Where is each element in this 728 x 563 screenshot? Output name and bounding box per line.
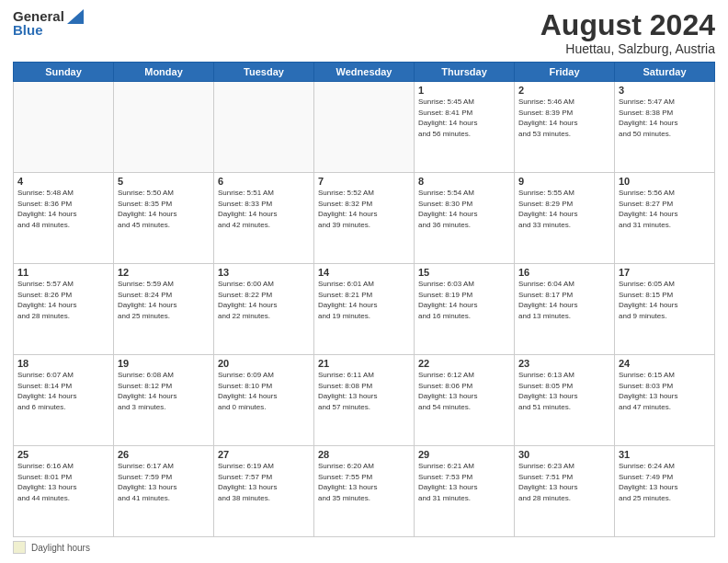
calendar-week-row: 18Sunrise: 6:07 AM Sunset: 8:14 PM Dayli… — [14, 355, 715, 446]
day-info: Sunrise: 6:03 AM Sunset: 8:19 PM Dayligh… — [418, 279, 510, 321]
day-number: 4 — [17, 176, 109, 187]
day-number: 8 — [418, 176, 510, 187]
day-number: 3 — [619, 85, 711, 96]
logo: General Blue — [13, 9, 84, 38]
day-number: 28 — [318, 449, 410, 460]
weekday-header-monday: Monday — [114, 63, 214, 82]
weekday-header-saturday: Saturday — [615, 63, 715, 82]
day-info: Sunrise: 5:48 AM Sunset: 8:36 PM Dayligh… — [17, 188, 109, 230]
day-info: Sunrise: 6:01 AM Sunset: 8:21 PM Dayligh… — [318, 279, 410, 321]
calendar-table: SundayMondayTuesdayWednesdayThursdayFrid… — [13, 62, 715, 537]
calendar-cell: 2Sunrise: 5:46 AM Sunset: 8:39 PM Daylig… — [515, 82, 615, 173]
day-number: 18 — [17, 358, 109, 369]
weekday-header-tuesday: Tuesday — [214, 63, 314, 82]
day-info: Sunrise: 5:45 AM Sunset: 8:41 PM Dayligh… — [418, 97, 510, 139]
day-number: 9 — [518, 176, 610, 187]
day-info: Sunrise: 6:00 AM Sunset: 8:22 PM Dayligh… — [218, 279, 310, 321]
calendar-cell: 3Sunrise: 5:47 AM Sunset: 8:38 PM Daylig… — [615, 82, 715, 173]
day-number: 16 — [518, 267, 610, 278]
calendar-cell: 28Sunrise: 6:20 AM Sunset: 7:55 PM Dayli… — [314, 446, 415, 537]
calendar-cell: 11Sunrise: 5:57 AM Sunset: 8:26 PM Dayli… — [14, 264, 114, 355]
day-info: Sunrise: 6:15 AM Sunset: 8:03 PM Dayligh… — [619, 370, 711, 412]
title-block: August 2024 Huettau, Salzburg, Austria — [540, 9, 715, 56]
calendar-cell: 26Sunrise: 6:17 AM Sunset: 7:59 PM Dayli… — [114, 446, 214, 537]
day-number: 17 — [619, 267, 711, 278]
day-info: Sunrise: 5:55 AM Sunset: 8:29 PM Dayligh… — [518, 188, 610, 230]
day-info: Sunrise: 6:05 AM Sunset: 8:15 PM Dayligh… — [619, 279, 711, 321]
day-number: 23 — [518, 358, 610, 369]
day-number: 15 — [418, 267, 510, 278]
calendar-cell: 31Sunrise: 6:24 AM Sunset: 7:49 PM Dayli… — [615, 446, 715, 537]
day-info: Sunrise: 6:24 AM Sunset: 7:49 PM Dayligh… — [619, 461, 711, 503]
weekday-header-friday: Friday — [515, 63, 615, 82]
calendar-cell: 10Sunrise: 5:56 AM Sunset: 8:27 PM Dayli… — [615, 173, 715, 264]
day-number: 7 — [318, 176, 410, 187]
day-info: Sunrise: 6:16 AM Sunset: 8:01 PM Dayligh… — [17, 461, 109, 503]
day-number: 24 — [619, 358, 711, 369]
calendar-cell: 9Sunrise: 5:55 AM Sunset: 8:29 PM Daylig… — [515, 173, 615, 264]
calendar-cell: 7Sunrise: 5:52 AM Sunset: 8:32 PM Daylig… — [314, 173, 415, 264]
day-number: 6 — [218, 176, 310, 187]
day-info: Sunrise: 6:20 AM Sunset: 7:55 PM Dayligh… — [318, 461, 410, 503]
day-number: 20 — [218, 358, 310, 369]
day-info: Sunrise: 5:57 AM Sunset: 8:26 PM Dayligh… — [17, 279, 109, 321]
calendar-week-row: 4Sunrise: 5:48 AM Sunset: 8:36 PM Daylig… — [14, 173, 715, 264]
day-info: Sunrise: 5:46 AM Sunset: 8:39 PM Dayligh… — [518, 97, 610, 139]
day-number: 29 — [418, 449, 510, 460]
calendar-cell: 18Sunrise: 6:07 AM Sunset: 8:14 PM Dayli… — [14, 355, 114, 446]
day-number: 14 — [318, 267, 410, 278]
calendar-cell: 13Sunrise: 6:00 AM Sunset: 8:22 PM Dayli… — [214, 264, 314, 355]
month-year-title: August 2024 — [540, 9, 715, 41]
calendar-page: General Blue August 2024 Huettau, Salzbu… — [0, 0, 728, 563]
header: General Blue August 2024 Huettau, Salzbu… — [13, 9, 715, 56]
calendar-cell — [214, 82, 314, 173]
calendar-cell — [314, 82, 415, 173]
calendar-cell — [114, 82, 214, 173]
day-info: Sunrise: 6:23 AM Sunset: 7:51 PM Dayligh… — [518, 461, 610, 503]
calendar-cell: 12Sunrise: 5:59 AM Sunset: 8:24 PM Dayli… — [114, 264, 214, 355]
calendar-cell: 27Sunrise: 6:19 AM Sunset: 7:57 PM Dayli… — [214, 446, 314, 537]
day-info: Sunrise: 5:52 AM Sunset: 8:32 PM Dayligh… — [318, 188, 410, 230]
day-number: 12 — [118, 267, 210, 278]
calendar-cell: 23Sunrise: 6:13 AM Sunset: 8:05 PM Dayli… — [515, 355, 615, 446]
daylight-label: Daylight hours — [31, 543, 90, 553]
calendar-cell: 17Sunrise: 6:05 AM Sunset: 8:15 PM Dayli… — [615, 264, 715, 355]
day-number: 1 — [418, 85, 510, 96]
day-info: Sunrise: 6:07 AM Sunset: 8:14 PM Dayligh… — [17, 370, 109, 412]
calendar-cell: 14Sunrise: 6:01 AM Sunset: 8:21 PM Dayli… — [314, 264, 415, 355]
day-number: 19 — [118, 358, 210, 369]
calendar-cell: 20Sunrise: 6:09 AM Sunset: 8:10 PM Dayli… — [214, 355, 314, 446]
weekday-header-sunday: Sunday — [14, 63, 114, 82]
day-info: Sunrise: 6:17 AM Sunset: 7:59 PM Dayligh… — [118, 461, 210, 503]
day-info: Sunrise: 5:47 AM Sunset: 8:38 PM Dayligh… — [619, 97, 711, 139]
calendar-cell: 22Sunrise: 6:12 AM Sunset: 8:06 PM Dayli… — [415, 355, 515, 446]
daylight-legend-box — [13, 541, 26, 554]
day-number: 11 — [17, 267, 109, 278]
calendar-cell: 25Sunrise: 6:16 AM Sunset: 8:01 PM Dayli… — [14, 446, 114, 537]
day-info: Sunrise: 5:54 AM Sunset: 8:30 PM Dayligh… — [418, 188, 510, 230]
logo-blue-text: Blue — [13, 23, 84, 39]
day-number: 13 — [218, 267, 310, 278]
day-number: 30 — [518, 449, 610, 460]
footer: Daylight hours — [13, 541, 715, 554]
day-number: 25 — [17, 449, 109, 460]
calendar-cell: 6Sunrise: 5:51 AM Sunset: 8:33 PM Daylig… — [214, 173, 314, 264]
weekday-header-wednesday: Wednesday — [314, 63, 415, 82]
calendar-cell: 24Sunrise: 6:15 AM Sunset: 8:03 PM Dayli… — [615, 355, 715, 446]
calendar-week-row: 1Sunrise: 5:45 AM Sunset: 8:41 PM Daylig… — [14, 82, 715, 173]
day-info: Sunrise: 6:12 AM Sunset: 8:06 PM Dayligh… — [418, 370, 510, 412]
calendar-cell — [14, 82, 114, 173]
day-number: 2 — [518, 85, 610, 96]
day-number: 21 — [318, 358, 410, 369]
calendar-cell: 30Sunrise: 6:23 AM Sunset: 7:51 PM Dayli… — [515, 446, 615, 537]
day-number: 27 — [218, 449, 310, 460]
calendar-cell: 8Sunrise: 5:54 AM Sunset: 8:30 PM Daylig… — [415, 173, 515, 264]
calendar-cell: 5Sunrise: 5:50 AM Sunset: 8:35 PM Daylig… — [114, 173, 214, 264]
day-info: Sunrise: 6:04 AM Sunset: 8:17 PM Dayligh… — [518, 279, 610, 321]
day-number: 5 — [118, 176, 210, 187]
day-info: Sunrise: 6:13 AM Sunset: 8:05 PM Dayligh… — [518, 370, 610, 412]
day-info: Sunrise: 5:50 AM Sunset: 8:35 PM Dayligh… — [118, 188, 210, 230]
calendar-cell: 16Sunrise: 6:04 AM Sunset: 8:17 PM Dayli… — [515, 264, 615, 355]
calendar-cell: 29Sunrise: 6:21 AM Sunset: 7:53 PM Dayli… — [415, 446, 515, 537]
calendar-week-row: 11Sunrise: 5:57 AM Sunset: 8:26 PM Dayli… — [14, 264, 715, 355]
